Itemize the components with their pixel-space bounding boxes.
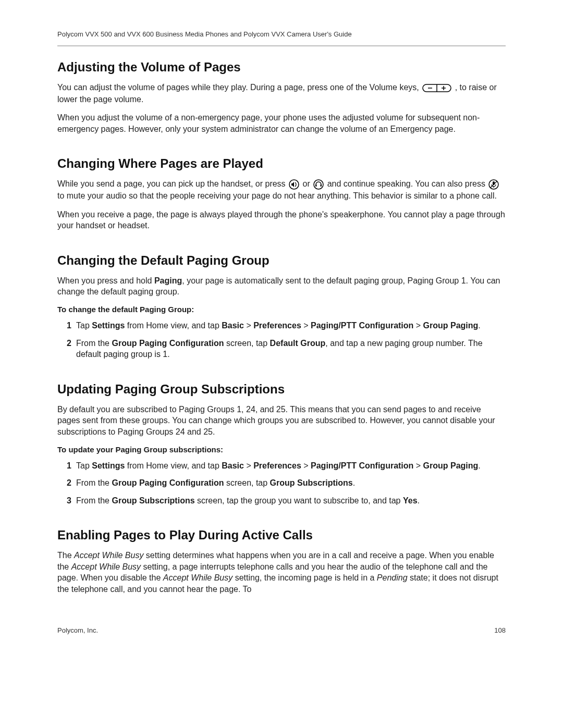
- para: While you send a page, you can pick up t…: [57, 178, 506, 201]
- page-number: 108: [494, 626, 506, 634]
- svg-point-6: [314, 180, 323, 189]
- volume-key-icon: [422, 82, 451, 93]
- footer-company: Polycom, Inc.: [57, 626, 98, 634]
- para: When you press and hold Paging, your pag…: [57, 275, 506, 298]
- heading-adjusting-volume: Adjusting the Volume of Pages: [57, 60, 506, 75]
- step: From the Group Paging Configuration scre…: [67, 477, 506, 489]
- heading-update-subscriptions: Updating Paging Group Subscriptions: [57, 382, 506, 397]
- header-rule: [57, 45, 506, 46]
- step: From the Group Paging Configuration scre…: [67, 338, 506, 360]
- running-header: Polycom VVX 500 and VVX 600 Business Med…: [57, 30, 506, 38]
- steps-update-sub: Tap Settings from Home view, and tap Bas…: [67, 460, 506, 507]
- step: From the Group Subscriptions screen, tap…: [67, 495, 506, 507]
- heading-enable-during-calls: Enabling Pages to Play During Active Cal…: [57, 528, 506, 542]
- steps-change-default: Tap Settings from Home view, and tap Bas…: [67, 320, 506, 360]
- para: When you adjust the volume of a non-emer…: [57, 112, 506, 134]
- heading-changing-where: Changing Where Pages are Played: [57, 156, 506, 171]
- step: Tap Settings from Home view, and tap Bas…: [67, 320, 506, 331]
- para: You can adjust the volume of pages while…: [57, 82, 506, 105]
- mute-icon: [488, 178, 499, 190]
- speaker-icon: [289, 178, 299, 190]
- para: By default you are subscribed to Paging …: [57, 404, 506, 438]
- subheading: To change the default Paging Group:: [57, 305, 506, 314]
- para: The Accept While Busy setting determines…: [57, 550, 506, 595]
- heading-default-group: Changing the Default Paging Group: [57, 253, 506, 268]
- headset-icon: [313, 178, 324, 190]
- subheading: To update your Paging Group subscription…: [57, 445, 506, 454]
- step: Tap Settings from Home view, and tap Bas…: [67, 460, 506, 472]
- svg-rect-8: [321, 184, 322, 187]
- para: When you receive a page, the page is alw…: [57, 209, 506, 231]
- svg-rect-7: [315, 184, 317, 187]
